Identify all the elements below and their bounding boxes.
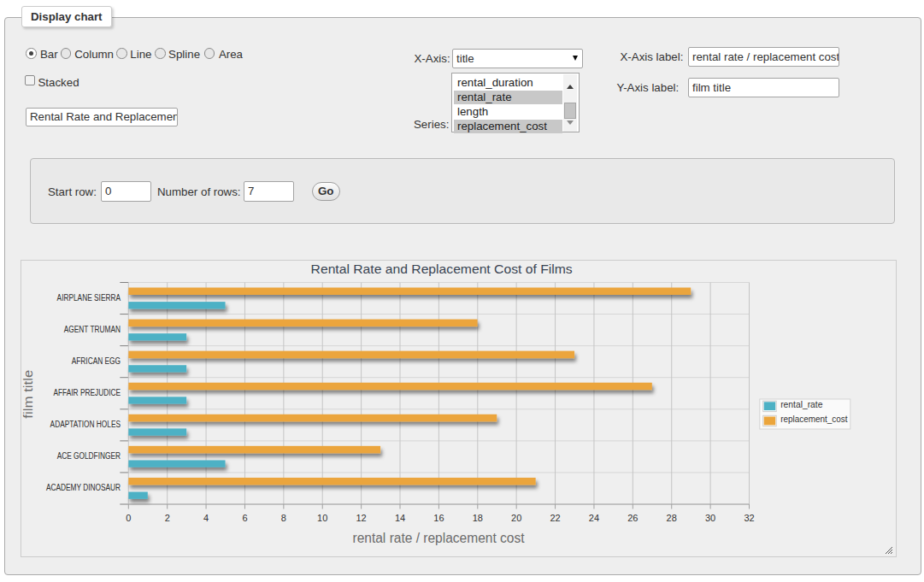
svg-text:ADAPTATION HOLES: ADAPTATION HOLES — [50, 420, 121, 429]
svg-text:rental_rate: rental_rate — [780, 399, 822, 409]
svg-text:28: 28 — [667, 513, 677, 523]
svg-text:20: 20 — [511, 513, 521, 523]
svg-text:0: 0 — [126, 513, 131, 523]
svg-text:ACADEMY DINOSAUR: ACADEMY DINOSAUR — [46, 483, 121, 492]
svg-text:AFRICAN EGG: AFRICAN EGG — [72, 356, 121, 366]
svg-text:film title: film title — [21, 369, 35, 418]
svg-text:AGENT TRUMAN: AGENT TRUMAN — [64, 325, 121, 334]
svg-text:AIRPLANE SIERRA: AIRPLANE SIERRA — [57, 293, 121, 303]
svg-text:2: 2 — [165, 513, 170, 523]
svg-text:6: 6 — [242, 513, 247, 523]
svg-text:8: 8 — [281, 513, 286, 523]
svg-text:24: 24 — [589, 513, 599, 523]
svg-text:22: 22 — [550, 513, 560, 523]
svg-text:18: 18 — [473, 513, 483, 523]
svg-text:12: 12 — [356, 513, 367, 523]
svg-text:Rental Rate and Replacement Co: Rental Rate and Replacement Cost of Film… — [311, 262, 573, 276]
svg-text:4: 4 — [203, 513, 209, 523]
svg-text:ACE GOLDFINGER: ACE GOLDFINGER — [57, 451, 121, 461]
svg-text:32: 32 — [744, 513, 754, 523]
svg-text:30: 30 — [705, 513, 715, 523]
svg-text:26: 26 — [627, 513, 638, 523]
svg-text:16: 16 — [433, 513, 444, 523]
svg-text:replacement_cost: replacement_cost — [780, 414, 847, 424]
svg-text:14: 14 — [395, 513, 405, 523]
svg-text:10: 10 — [317, 513, 327, 523]
svg-text:rental rate / replacement cost: rental rate / replacement cost — [353, 531, 526, 545]
svg-text:AFFAIR PREJUDICE: AFFAIR PREJUDICE — [54, 388, 121, 397]
